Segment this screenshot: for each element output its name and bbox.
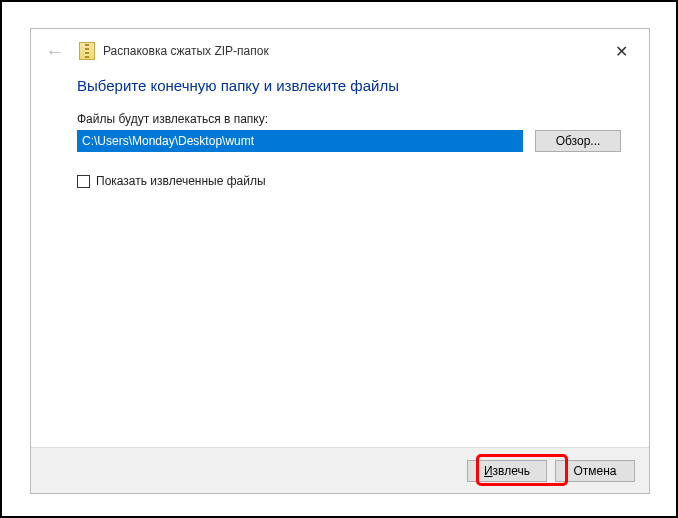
titlebar: ← Распаковка сжатых ZIP-папок ✕: [31, 29, 649, 73]
close-icon[interactable]: ✕: [601, 42, 641, 61]
destination-row: Обзор...: [77, 130, 621, 152]
back-arrow-icon: ←: [45, 41, 69, 61]
destination-label: Файлы будут извлекаться в папку:: [77, 112, 621, 126]
content-area: Выберите конечную папку и извлеките файл…: [31, 73, 649, 447]
extract-button[interactable]: Извлечь: [467, 460, 547, 482]
destination-path-input[interactable]: [77, 130, 523, 152]
zip-folder-icon: [79, 42, 95, 60]
screenshot-frame: ← Распаковка сжатых ZIP-папок ✕ Выберите…: [0, 0, 678, 518]
show-extracted-row: Показать извлеченные файлы: [77, 174, 621, 188]
page-heading: Выберите конечную папку и извлеките файл…: [77, 77, 621, 94]
cancel-button[interactable]: Отмена: [555, 460, 635, 482]
show-extracted-checkbox[interactable]: [77, 175, 90, 188]
window-title: Распаковка сжатых ZIP-папок: [103, 44, 601, 58]
extract-dialog: ← Распаковка сжатых ZIP-папок ✕ Выберите…: [30, 28, 650, 494]
show-extracted-label: Показать извлеченные файлы: [96, 174, 266, 188]
browse-button[interactable]: Обзор...: [535, 130, 621, 152]
dialog-footer: Извлечь Отмена: [31, 447, 649, 493]
